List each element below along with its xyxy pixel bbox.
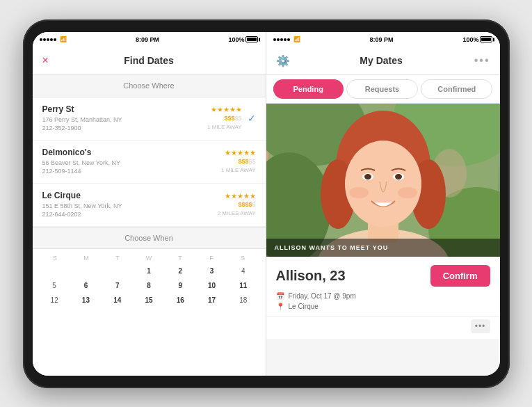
r-signal-dot-1 — [273, 38, 276, 41]
restaurant-info-perry: Perry St 176 Perry St, Manhattan, NY212-… — [42, 104, 208, 133]
right-battery-percent: 100% — [462, 36, 478, 43]
left-time: 8:09 PM — [136, 36, 159, 43]
cal-day-15[interactable]: 15 — [134, 294, 163, 307]
distance-perry: 1 MILE AWAY — [207, 124, 242, 130]
battery-percent: 100% — [228, 36, 244, 43]
cal-day-13[interactable]: 13 — [71, 294, 101, 307]
cal-day-2[interactable]: 2 — [166, 264, 195, 278]
tab-requests-label: Requests — [365, 85, 400, 93]
confirm-button[interactable]: Confirm — [430, 265, 490, 287]
stars-perry — [211, 107, 242, 113]
left-status-bar: 📶 8:09 PM 100% — [33, 32, 266, 47]
cal-day-7[interactable]: 7 — [102, 279, 132, 292]
weekday-w: W — [134, 255, 165, 262]
cal-day-1[interactable]: 1 — [134, 264, 163, 278]
star-4 — [230, 107, 236, 113]
svg-point-11 — [345, 141, 421, 227]
location-row: 📍 Le Cirque — [276, 303, 490, 310]
more-menu-button[interactable]: ••• — [474, 54, 490, 67]
cal-day-3[interactable]: 3 — [197, 264, 227, 278]
star-3 — [224, 107, 229, 113]
star-l-3 — [238, 193, 243, 199]
restaurant-name-perry: Perry St — [42, 104, 208, 114]
tab-pending-label: Pending — [293, 85, 323, 93]
star-5 — [236, 107, 242, 113]
signal-dot-5 — [54, 38, 56, 41]
settings-icon[interactable]: ⚙️ — [276, 54, 289, 67]
restaurant-meta-delmonicos: $$$$$ 1 MILE AWAY — [221, 150, 256, 173]
cal-day-4[interactable]: 4 — [228, 264, 258, 278]
restaurant-name-lecirque: Le Cirque — [42, 191, 218, 200]
right-battery-bar — [480, 36, 492, 42]
cal-day-18[interactable]: 18 — [228, 294, 258, 307]
price-perry: $$$$$ — [224, 115, 241, 122]
right-signal-dots — [273, 38, 290, 41]
right-status-bar: 📶 8:09 PM 100% — [266, 32, 500, 47]
left-app-header: × Find Dates — [33, 47, 266, 75]
svg-point-13 — [364, 174, 371, 179]
calendar-detail-icon: 📅 — [276, 292, 284, 300]
tabs-bar: Pending Requests Confirmed — [266, 75, 500, 104]
wifi-icon: 📶 — [60, 36, 67, 42]
profile-image — [266, 104, 500, 257]
restaurant-address-lecirque: 151 E 58th St, New York, NY212-644-0202 — [42, 202, 218, 219]
cal-day-12[interactable]: 12 — [40, 294, 70, 307]
profile-name: Allison, 23 — [276, 268, 346, 284]
close-button[interactable]: × — [42, 54, 49, 67]
cal-empty-2 — [71, 264, 101, 278]
restaurant-info-delmonicos: Delmonico's 56 Beaver St, New York, NY21… — [42, 147, 222, 176]
left-battery: 100% — [228, 36, 258, 43]
cal-day-8[interactable]: 8 — [134, 279, 163, 292]
restaurant-address-perry: 176 Perry St, Manhattan, NY212-352-1900 — [42, 115, 208, 133]
right-time: 8:09 PM — [369, 36, 393, 43]
battery-fill — [247, 38, 257, 41]
restaurant-item-delmonicos[interactable]: Delmonico's 56 Beaver St, New York, NY21… — [33, 141, 266, 184]
profile-name-confirm-row: Allison, 23 Confirm — [276, 265, 490, 287]
weekday-s1: S — [40, 255, 71, 262]
star-d-3 — [238, 150, 243, 156]
r-signal-dot-3 — [280, 38, 283, 41]
stars-delmonicos — [225, 150, 256, 156]
left-signal-area: 📶 — [40, 36, 67, 42]
restaurant-address-delmonicos: 56 Beaver St, New York, NY212-509-1144 — [42, 159, 222, 176]
cal-day-17[interactable]: 17 — [197, 294, 227, 307]
signal-dots — [40, 38, 56, 41]
calendar-weekdays: S M T W T F S — [40, 255, 259, 262]
cal-day-16[interactable]: 16 — [166, 294, 195, 307]
tab-pending[interactable]: Pending — [273, 79, 344, 99]
right-battery: 100% — [462, 36, 492, 43]
profile-portrait-svg — [266, 104, 500, 257]
weekday-m: M — [71, 255, 102, 262]
cal-empty-3 — [102, 264, 132, 278]
choose-when-label: Choose When — [124, 234, 173, 242]
signal-dot-2 — [43, 38, 46, 41]
tablet-screen: 📶 8:09 PM 100% × Find Dates Choose Where — [33, 32, 500, 376]
more-options-button[interactable]: ••• — [471, 319, 490, 333]
restaurant-item-perry[interactable]: Perry St 176 Perry St, Manhattan, NY212-… — [33, 97, 266, 141]
cal-day-6[interactable]: 6 — [71, 279, 101, 292]
cal-day-5[interactable]: 5 — [40, 279, 70, 292]
location-text: Le Cirque — [289, 303, 319, 310]
date-time-row: 📅 Friday, Oct 17 @ 9pm — [276, 292, 490, 300]
star-d-2 — [232, 150, 237, 156]
choose-where-header: Choose Where — [33, 75, 266, 97]
signal-dot-3 — [47, 38, 49, 41]
cal-day-10[interactable]: 10 — [197, 279, 227, 292]
restaurant-item-lecirque[interactable]: Le Cirque 151 E 58th St, New York, NY212… — [33, 184, 266, 227]
profile-card: Allison wants to meet you Allison, 23 Co… — [266, 104, 500, 376]
tab-confirmed[interactable]: Confirmed — [421, 79, 492, 99]
star-d-5 — [250, 150, 256, 156]
r-signal-dot-4 — [284, 38, 287, 41]
battery-bar — [245, 36, 258, 42]
tab-requests[interactable]: Requests — [346, 79, 418, 99]
weekday-s2: S — [227, 255, 259, 262]
cal-day-14[interactable]: 14 — [102, 294, 132, 307]
restaurant-list: Perry St 176 Perry St, Manhattan, NY212-… — [33, 97, 266, 228]
cal-day-11[interactable]: 11 — [228, 279, 258, 292]
left-panel: 📶 8:09 PM 100% × Find Dates Choose Where — [33, 32, 266, 376]
distance-delmonicos: 1 MILE AWAY — [221, 167, 256, 173]
restaurant-meta-perry: $$$$$ 1 MILE AWAY — [207, 107, 242, 130]
restaurant-name-delmonicos: Delmonico's — [42, 147, 222, 157]
right-battery-fill — [481, 38, 491, 41]
cal-day-9[interactable]: 9 — [166, 279, 195, 292]
